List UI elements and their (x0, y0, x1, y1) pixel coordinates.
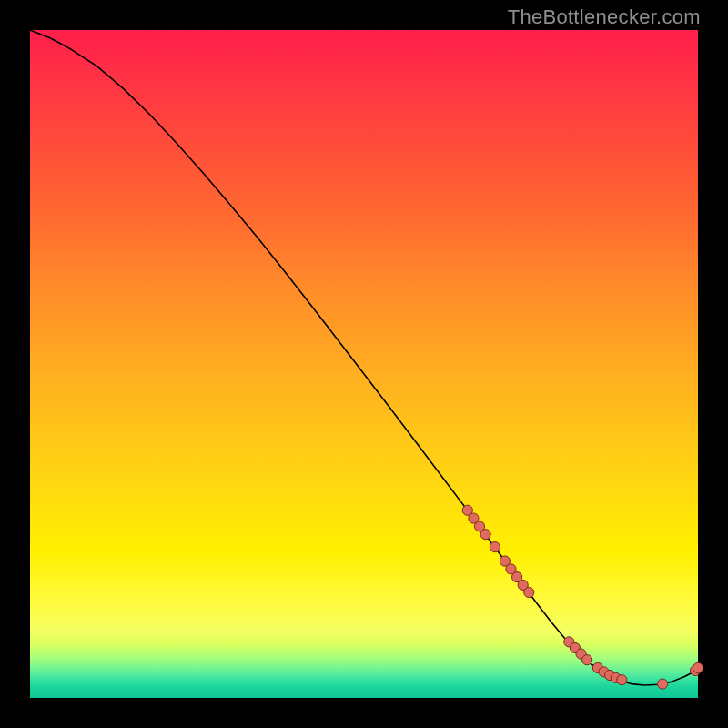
bottleneck-curve (30, 30, 698, 685)
data-marker (693, 662, 703, 672)
marker-layer (462, 505, 703, 689)
credit-label: TheBottlenecker.com (508, 5, 701, 29)
data-marker (490, 542, 500, 552)
data-marker (617, 675, 627, 685)
data-marker (480, 530, 490, 540)
plot-area (30, 30, 698, 698)
chart-svg (30, 30, 698, 698)
data-marker (582, 655, 592, 665)
data-marker (524, 587, 534, 597)
chart-stage: TheBottlenecker.com (0, 0, 728, 728)
data-marker (658, 679, 668, 689)
